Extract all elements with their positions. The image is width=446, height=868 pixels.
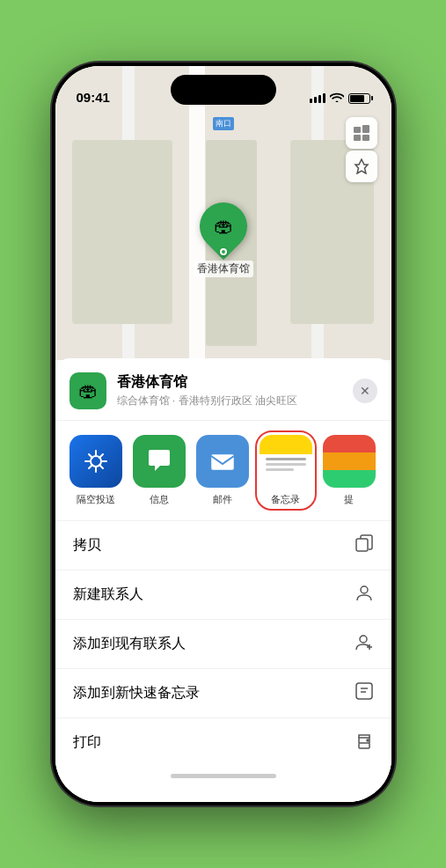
action-row-print[interactable]: 打印 bbox=[55, 718, 391, 767]
add-notes-icon bbox=[355, 681, 374, 705]
home-indicator bbox=[171, 774, 276, 778]
svg-point-8 bbox=[360, 636, 367, 643]
marker-pin-icon: 🏟 bbox=[214, 215, 233, 238]
print-label: 打印 bbox=[73, 733, 101, 752]
airdrop-icon-box bbox=[69, 435, 122, 488]
map-controls bbox=[346, 117, 377, 182]
location-button[interactable] bbox=[346, 151, 377, 182]
share-item-mail[interactable]: 邮件 bbox=[196, 435, 249, 506]
messages-icon-box bbox=[133, 435, 186, 488]
svg-rect-6 bbox=[356, 539, 368, 551]
mail-icon-box bbox=[196, 435, 249, 488]
status-time: 09:41 bbox=[77, 90, 110, 105]
place-header: 🏟 香港体育馆 综合体育馆 · 香港特别行政区 油尖旺区 ✕ bbox=[55, 358, 391, 421]
add-notes-label: 添加到新快速备忘录 bbox=[73, 684, 200, 702]
map-label: 南口 bbox=[213, 117, 234, 130]
map-label-tag: 南口 bbox=[213, 117, 234, 130]
phone-screen: 09:41 bbox=[55, 66, 391, 802]
share-item-airdrop[interactable]: 隔空投送 bbox=[69, 435, 122, 506]
more-icon-box bbox=[323, 435, 376, 488]
share-item-notes[interactable]: 备忘录 bbox=[260, 435, 312, 506]
action-row-add-notes[interactable]: 添加到新快速备忘录 bbox=[55, 669, 391, 718]
place-name: 香港体育馆 bbox=[117, 373, 353, 392]
copy-icon bbox=[355, 533, 374, 557]
svg-point-15 bbox=[367, 739, 369, 741]
svg-rect-3 bbox=[362, 135, 369, 141]
mail-label: 邮件 bbox=[213, 493, 232, 506]
svg-rect-2 bbox=[354, 135, 361, 141]
share-item-more[interactable]: 提 bbox=[323, 435, 376, 506]
new-contact-icon bbox=[355, 583, 374, 607]
new-contact-label: 新建联系人 bbox=[73, 585, 143, 604]
phone-frame: 09:41 bbox=[52, 63, 395, 805]
home-indicator-area bbox=[55, 767, 391, 784]
bottom-sheet: 🏟 香港体育馆 综合体育馆 · 香港特别行政区 油尖旺区 ✕ bbox=[55, 358, 391, 802]
place-subtitle: 综合体育馆 · 香港特别行政区 油尖旺区 bbox=[117, 394, 353, 408]
svg-point-7 bbox=[361, 586, 368, 593]
add-contact-label: 添加到现有联系人 bbox=[73, 635, 186, 653]
share-item-messages[interactable]: 信息 bbox=[133, 435, 186, 506]
dynamic-island bbox=[171, 75, 276, 105]
action-row-add-contact[interactable]: 添加到现有联系人 bbox=[55, 620, 391, 669]
airdrop-label: 隔空投送 bbox=[77, 493, 115, 506]
more-label: 提 bbox=[344, 493, 354, 506]
place-icon: 🏟 bbox=[69, 372, 106, 409]
action-row-new-contact[interactable]: 新建联系人 bbox=[55, 570, 391, 620]
close-button[interactable]: ✕ bbox=[353, 379, 377, 403]
notes-label: 备忘录 bbox=[271, 493, 300, 506]
svg-rect-5 bbox=[211, 454, 234, 470]
signal-bars-icon bbox=[310, 93, 325, 103]
action-row-copy[interactable]: 拷贝 bbox=[55, 521, 391, 570]
svg-rect-11 bbox=[356, 683, 372, 699]
share-row: 隔空投送 信息 bbox=[55, 421, 391, 521]
copy-label: 拷贝 bbox=[73, 536, 101, 555]
wifi-icon bbox=[330, 92, 344, 105]
svg-rect-0 bbox=[354, 127, 361, 133]
svg-rect-1 bbox=[362, 125, 369, 133]
marker-label: 香港体育馆 bbox=[194, 261, 253, 277]
battery-icon bbox=[348, 93, 370, 104]
svg-rect-14 bbox=[359, 743, 369, 748]
stadium-marker: 🏟 香港体育馆 bbox=[194, 202, 253, 277]
notes-icon-box bbox=[260, 435, 312, 488]
status-icons bbox=[310, 92, 370, 105]
print-icon bbox=[355, 731, 374, 754]
place-info: 香港体育馆 综合体育馆 · 香港特别行政区 油尖旺区 bbox=[117, 373, 353, 408]
map-type-button[interactable] bbox=[346, 117, 377, 149]
messages-label: 信息 bbox=[150, 493, 169, 506]
add-contact-icon bbox=[355, 632, 374, 656]
